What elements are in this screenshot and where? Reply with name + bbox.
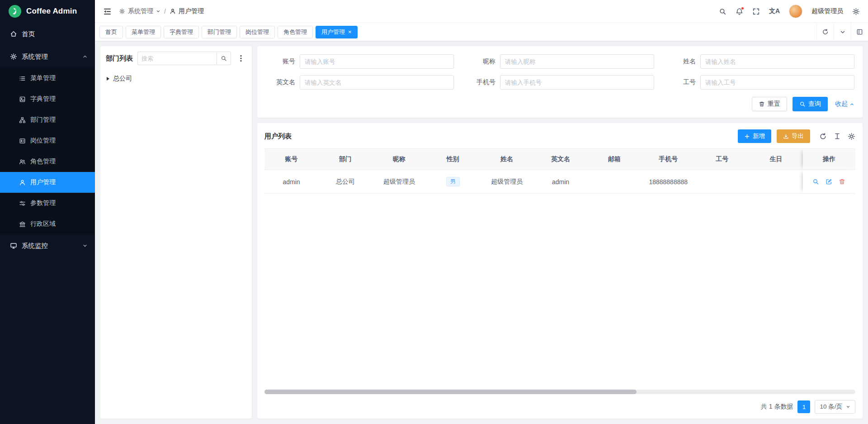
delete-icon[interactable]	[839, 178, 845, 185]
breadcrumb-separator: /	[164, 8, 166, 15]
field-en-name: 英文名	[265, 75, 454, 90]
tab-role-mgmt[interactable]: 角色管理	[278, 26, 313, 38]
cell-phone: 18888888888	[642, 170, 695, 193]
sidebar-item-system-monitor[interactable]: 系统监控	[0, 234, 95, 257]
sidebar-item-menu-mgmt[interactable]: 菜单管理	[0, 68, 95, 89]
account-input[interactable]	[300, 54, 454, 69]
notification-badge	[741, 7, 744, 10]
tab-label: 岗位管理	[245, 28, 269, 36]
tree-node-root[interactable]: 总公司	[106, 72, 246, 85]
user-name[interactable]: 超级管理员	[811, 7, 843, 15]
app-root: Coffee Admin 首页 系统管理	[0, 0, 868, 424]
cell-gender: 男	[426, 170, 480, 193]
layout-toggle-icon[interactable]	[851, 23, 868, 41]
sidebar-item-post-mgmt[interactable]: 岗位管理	[0, 130, 95, 151]
reset-button[interactable]: 重置	[752, 97, 787, 111]
tab-options-chevron-icon[interactable]	[834, 23, 851, 41]
add-user-button[interactable]: 新增	[738, 129, 771, 143]
notifications-button[interactable]	[736, 8, 743, 15]
cell-actions	[803, 170, 855, 193]
tab-close-icon[interactable]: ×	[348, 29, 352, 35]
trash-icon	[759, 101, 765, 107]
column-header-dept: 部门	[318, 149, 372, 170]
fullscreen-icon[interactable]	[752, 8, 760, 15]
pagination-total: 共 1 条数据	[761, 403, 793, 411]
tab-dept-mgmt[interactable]: 部门管理	[202, 26, 237, 38]
collapse-form-link[interactable]: 收起	[835, 100, 854, 108]
sidebar-item-label: 行政区域	[30, 220, 56, 228]
job-no-input[interactable]	[700, 75, 854, 90]
avatar[interactable]	[789, 5, 802, 18]
gear-icon	[119, 8, 125, 14]
name-input[interactable]	[700, 54, 854, 69]
column-header-nickname: 昵称	[372, 149, 426, 170]
view-detail-icon[interactable]	[812, 178, 819, 185]
monitor-icon	[10, 242, 17, 249]
tree-expand-caret-icon[interactable]	[107, 77, 109, 81]
sidebar-item-system-mgmt[interactable]: 系统管理	[0, 45, 95, 68]
query-button[interactable]: 查询	[793, 97, 828, 111]
app-logo: Coffee Admin	[0, 0, 95, 23]
coffee-logo-icon	[8, 5, 22, 18]
department-search-button[interactable]	[217, 52, 231, 65]
user-table: 账号 部门 昵称 性别 姓名 英文名 邮箱 手机号 工号 生日 操作	[264, 148, 855, 194]
cell-job-no	[695, 170, 749, 193]
refresh-tab-icon[interactable]	[816, 23, 834, 41]
row-density-icon[interactable]	[834, 133, 841, 140]
column-header-phone: 手机号	[642, 149, 695, 170]
tab-label: 菜单管理	[132, 28, 155, 36]
sidebar-item-dict-mgmt[interactable]: 字典管理	[0, 89, 95, 110]
department-more-options-icon[interactable]	[236, 52, 246, 65]
breadcrumb-item-current: 用户管理	[170, 7, 204, 15]
department-panel-header: 部门列表	[106, 52, 246, 65]
department-search-group	[137, 52, 231, 65]
tab-menu-mgmt[interactable]: 菜单管理	[126, 26, 161, 38]
tab-home[interactable]: 首页	[99, 26, 123, 38]
edit-icon[interactable]	[826, 178, 832, 185]
nickname-input[interactable]	[500, 54, 654, 69]
sidebar-item-admin-region[interactable]: 行政区域	[0, 214, 95, 234]
export-button[interactable]: 导出	[777, 129, 810, 143]
refresh-icon[interactable]	[819, 133, 827, 140]
department-search-input[interactable]	[137, 52, 217, 65]
app-title: Coffee Admin	[26, 7, 77, 16]
tab-user-mgmt[interactable]: 用户管理 ×	[316, 26, 358, 38]
page-size-select[interactable]: 10 条/页	[815, 400, 855, 414]
field-account: 账号	[265, 54, 454, 69]
plus-icon	[744, 133, 750, 139]
sidebar-item-dept-mgmt[interactable]: 部门管理	[0, 110, 95, 130]
id-badge-icon	[19, 138, 26, 144]
tab-dict-mgmt[interactable]: 字典管理	[164, 26, 199, 38]
header-actions: 文A 超级管理员	[719, 5, 860, 18]
sidebar-item-param-mgmt[interactable]: 参数管理	[0, 193, 95, 214]
phone-input[interactable]	[500, 75, 654, 90]
column-header-account: 账号	[264, 149, 318, 170]
language-switch-icon[interactable]: 文A	[769, 7, 780, 15]
chevron-up-icon	[849, 102, 854, 107]
search-icon[interactable]	[719, 8, 726, 15]
collapse-label: 收起	[835, 100, 848, 108]
sidebar-item-user-mgmt[interactable]: 用户管理	[0, 172, 95, 193]
right-column: 账号 昵称 姓名 英文名	[257, 46, 863, 419]
sidebar-item-home[interactable]: 首页	[0, 23, 95, 45]
tab-label: 部门管理	[208, 28, 231, 36]
tab-post-mgmt[interactable]: 岗位管理	[240, 26, 275, 38]
search-form: 账号 昵称 姓名 英文名	[265, 54, 854, 90]
cell-nickname: 超级管理员	[372, 170, 426, 193]
column-header-job-no: 工号	[695, 149, 749, 170]
settings-gear-icon[interactable]	[852, 8, 860, 15]
tab-label: 首页	[105, 28, 117, 36]
user-icon	[170, 8, 176, 14]
en-name-input[interactable]	[300, 75, 454, 90]
sidebar-item-label: 字典管理	[30, 95, 56, 103]
collapse-sidebar-icon[interactable]	[103, 7, 112, 16]
sidebar-item-label: 角色管理	[30, 157, 56, 166]
sidebar-item-role-mgmt[interactable]: 角色管理	[0, 151, 95, 172]
search-form-actions: 重置 查询 收起	[265, 97, 854, 111]
tab-label: 角色管理	[283, 28, 307, 36]
table-row[interactable]: admin 总公司 超级管理员 男 超级管理员 admin 1888888888…	[264, 170, 855, 194]
page-number-button[interactable]: 1	[797, 400, 810, 413]
breadcrumb-item-system[interactable]: 系统管理	[119, 7, 160, 15]
column-settings-gear-icon[interactable]	[848, 133, 855, 140]
horizontal-scrollbar-thumb[interactable]	[264, 390, 637, 394]
